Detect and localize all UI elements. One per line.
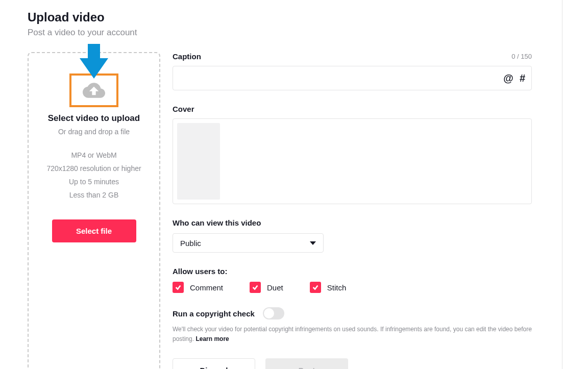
checkbox-stitch[interactable]: Stitch (310, 282, 347, 293)
chevron-down-icon (310, 241, 316, 245)
visibility-selected: Public (180, 239, 201, 248)
caption-char-count: 0 / 150 (511, 53, 532, 60)
post-button[interactable]: Post (265, 358, 348, 369)
upload-subtitle: Or drag and drop a file (37, 128, 151, 136)
checkbox-label: Stitch (327, 283, 347, 292)
cover-thumbnail (177, 123, 220, 200)
checkbox-label: Duet (267, 283, 283, 292)
visibility-label: Who can view this video (173, 218, 532, 227)
permissions-label: Allow users to: (173, 267, 532, 276)
checkbox-icon (173, 282, 184, 293)
cover-label: Cover (173, 105, 532, 113)
discard-button[interactable]: Discard (173, 358, 255, 369)
visibility-select[interactable]: Public (173, 233, 324, 253)
annotation-arrow-icon (78, 44, 110, 79)
learn-more-link[interactable]: Learn more (195, 335, 229, 342)
checkbox-duet[interactable]: Duet (250, 282, 283, 293)
checkbox-label: Comment (190, 283, 223, 292)
cloud-upload-icon (83, 79, 105, 102)
mention-icon[interactable]: @ (503, 72, 513, 84)
caption-label: Caption (173, 52, 201, 61)
checkbox-comment[interactable]: Comment (173, 282, 223, 293)
upload-hint: MP4 or WebM (37, 151, 151, 159)
caption-input[interactable] (179, 74, 497, 83)
upload-hint: Up to 5 minutes (37, 178, 151, 186)
page-title: Upload video (28, 10, 560, 24)
hashtag-icon[interactable]: # (520, 72, 525, 84)
upload-hint: 720x1280 resolution or higher (37, 164, 151, 173)
copyright-description: We'll check your video for potential cop… (173, 325, 532, 344)
checkbox-icon (250, 282, 261, 293)
checkbox-icon (310, 282, 321, 293)
copyright-toggle[interactable] (263, 307, 284, 319)
caption-field-wrapper: @ # (173, 66, 532, 90)
copyright-label: Run a copyright check (173, 309, 255, 318)
upload-dropzone[interactable]: Select video to upload Or drag and drop … (28, 52, 160, 369)
upload-title: Select video to upload (37, 113, 151, 124)
upload-hint: Less than 2 GB (37, 191, 151, 199)
page-subtitle: Post a video to your account (28, 28, 560, 38)
cover-selector[interactable] (173, 118, 532, 204)
select-file-button[interactable]: Select file (52, 219, 136, 242)
divider (562, 0, 562, 369)
